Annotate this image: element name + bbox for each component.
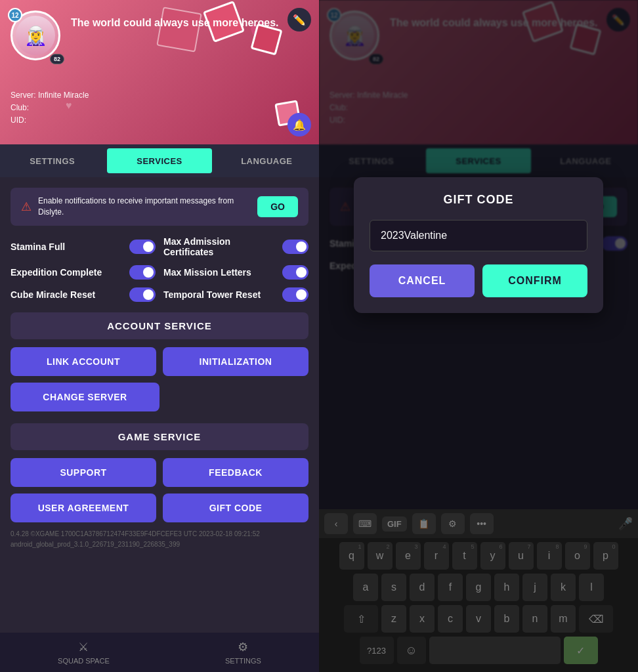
gift-code-input[interactable] — [370, 220, 587, 251]
level-badge: 12 — [8, 8, 22, 22]
notification-bar: ⚠ Enable notifications to receive import… — [11, 188, 308, 226]
services-content: ⚠ Enable notifications to receive import… — [0, 177, 319, 633]
dialog-title: GIFT CODE — [370, 193, 587, 207]
banner-tagline: The world could always use more heroes. — [71, 10, 279, 30]
nav-settings[interactable]: ⚙ SETTINGS — [225, 640, 261, 665]
notification-badge-icon: 🔔 — [287, 113, 311, 136]
warning-icon: ⚠ — [21, 200, 32, 214]
dialog-overlay: GIFT CODE CANCEL CONFIRM — [319, 0, 638, 672]
toggle-switch-cube[interactable] — [129, 287, 156, 302]
toggle-switch-admission[interactable] — [282, 240, 308, 254]
change-server-button[interactable]: CHANGE SERVER — [11, 383, 160, 411]
account-service-header: ACCOUNT SERVICE — [11, 312, 308, 339]
toggle-switch-temporal[interactable] — [282, 287, 308, 302]
gift-code-button[interactable]: GIFT CODE — [163, 494, 308, 522]
initialization-button[interactable]: INITIALIZATION — [163, 347, 308, 376]
toggle-switch-stamina[interactable] — [129, 240, 156, 254]
power-badge: 82 — [50, 54, 64, 64]
bottom-nav: ⚔ SQUAD SPACE ⚙ SETTINGS — [0, 633, 319, 672]
go-button[interactable]: GO — [257, 196, 298, 217]
game-service-header: GAME SERVICE — [11, 423, 308, 450]
toggle-temporal-tower: Temporal Tower Reset — [163, 287, 308, 302]
toggle-switch-expedition[interactable] — [129, 265, 156, 280]
feedback-button[interactable]: FEEDBACK — [163, 458, 308, 487]
cancel-button[interactable]: CANCEL — [370, 264, 475, 297]
toggles-grid: Stamina Full Max Admission Certificates … — [11, 236, 308, 302]
game-service-buttons: SUPPORT FEEDBACK — [11, 458, 308, 487]
tab-settings[interactable]: SETTINGS — [0, 144, 104, 177]
dialog-buttons: CANCEL CONFIRM — [370, 264, 587, 297]
game-service-buttons-2: USER AGREEMENT GIFT CODE — [11, 494, 308, 522]
notification-text: Enable notifications to receive importan… — [38, 196, 257, 218]
toggle-max-admission: Max Admission Certificates — [163, 236, 308, 257]
toggle-cube-miracle: Cube Miracle Reset — [11, 287, 156, 302]
tab-services[interactable]: SERVICES — [107, 148, 211, 173]
account-service-buttons: LINK ACCOUNT INITIALIZATION — [11, 347, 308, 376]
right-panel: ❤ 💕 🧝‍♀️ 12 82 The world could always us… — [319, 0, 638, 672]
toggle-stamina-full: Stamina Full — [11, 236, 156, 257]
settings-nav-icon: ⚙ — [238, 640, 248, 654]
confirm-button[interactable]: CONFIRM — [482, 264, 587, 297]
header-banner: ❤ 💕 ♥ 🧝‍♀️ 12 82 The world could always … — [0, 0, 319, 144]
edit-icon[interactable]: ✏️ — [287, 8, 311, 32]
nav-squad-space[interactable]: ⚔ SQUAD SPACE — [58, 640, 110, 665]
squad-icon: ⚔ — [78, 640, 89, 654]
gift-code-dialog: GIFT CODE CANCEL CONFIRM — [354, 177, 603, 313]
support-button[interactable]: SUPPORT — [11, 458, 156, 487]
version-text: 0.4.28 ©XGAME 1700C1A3786712474F33E9F4DF… — [11, 529, 308, 550]
user-agreement-button[interactable]: USER AGREEMENT — [11, 494, 156, 522]
toggle-switch-mission[interactable] — [282, 265, 308, 280]
toggle-mission-letters: Max Mission Letters — [163, 265, 308, 280]
avatar: 🧝‍♀️ 12 82 — [11, 10, 63, 63]
tabs-bar: SETTINGS SERVICES LANGUAGE — [0, 144, 319, 177]
tab-language[interactable]: LANGUAGE — [215, 144, 319, 177]
link-account-button[interactable]: LINK ACCOUNT — [11, 347, 156, 376]
server-info: Server: Infinite Miracle Club: UID: — [0, 89, 319, 127]
toggle-expedition: Expedition Complete — [11, 265, 156, 280]
left-panel: ❤ 💕 ♥ 🧝‍♀️ 12 82 The world could always … — [0, 0, 319, 672]
